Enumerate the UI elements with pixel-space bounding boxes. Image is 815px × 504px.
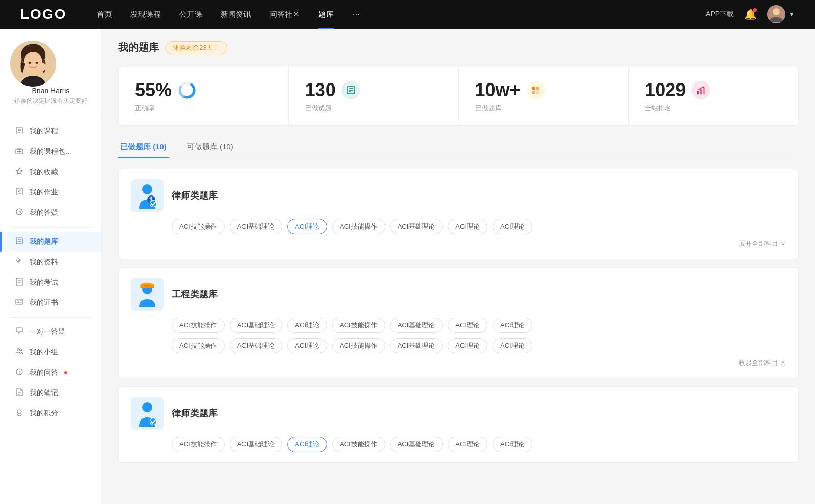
sidebar-item-materials[interactable]: 我的资料	[0, 252, 101, 272]
qbank-2-tag-r1-1[interactable]: ACI基础理论	[230, 318, 283, 333]
sidebar-item-groups[interactable]: 我的小组	[0, 342, 101, 362]
qbank-3-tag-1[interactable]: ACI基础理论	[230, 437, 283, 452]
dropdown-arrow[interactable]: ▼	[789, 11, 795, 18]
svg-rect-69	[144, 285, 150, 286]
homework-label: 我的作业	[30, 188, 58, 197]
rank-icon	[692, 81, 710, 99]
qbank-2-tag-r1-3[interactable]: ACI技能操作	[332, 318, 385, 333]
qbank-1-expand[interactable]: 展开全部科目 ∨	[739, 240, 786, 247]
svg-point-35	[17, 301, 19, 303]
qbank-2-tag-r2-0[interactable]: ACI技能操作	[172, 338, 225, 353]
svg-point-1	[773, 8, 780, 15]
stat-rank-top: 1029	[645, 79, 782, 101]
qbank-3-tag-2[interactable]: ACI理论	[287, 437, 327, 452]
qbank-1-title: 律师类题库	[172, 179, 218, 212]
qbank-2-tag-r1-2[interactable]: ACI理论	[287, 318, 327, 333]
my-qa-label: 我的答疑	[30, 208, 58, 217]
nav-more[interactable]: ···	[352, 9, 360, 20]
qbank-1-tag-2[interactable]: ACI理论	[287, 219, 327, 234]
qbank-menu-label: 我的题库	[30, 237, 58, 246]
qbank-2-tag-r2-6[interactable]: ACI理论	[493, 338, 532, 353]
sidebar-item-homework[interactable]: 我的作业	[0, 182, 101, 203]
sidebar-item-points[interactable]: 我的积分	[0, 403, 101, 424]
qbank-1-tag-6[interactable]: ACI理论	[493, 219, 532, 234]
sidebar-item-notes[interactable]: 我的笔记	[0, 383, 101, 403]
user-menu[interactable]: ▼	[767, 5, 795, 23]
accuracy-donut-icon	[178, 81, 196, 99]
1v1-qa-icon	[14, 327, 24, 337]
qbank-1-header: 律师类题库	[131, 179, 786, 212]
sidebar-item-my-questions[interactable]: ? 我的问答	[0, 362, 101, 383]
qbank-2-tag-r2-3[interactable]: ACI技能操作	[332, 338, 385, 353]
qbank-3-tag-4[interactable]: ACI基础理论	[390, 437, 443, 452]
qbank-2-collapse[interactable]: 收起全部科目 ∧	[739, 359, 786, 367]
svg-rect-68	[140, 286, 154, 288]
qbank-2-tag-r2-4[interactable]: ACI基础理论	[390, 338, 443, 353]
sidebar-item-qbank[interactable]: 我的题库	[0, 232, 101, 252]
qbank-2-tag-r2-2[interactable]: ACI理论	[287, 338, 327, 353]
sidebar-item-1v1-qa[interactable]: 一对一答疑	[0, 322, 101, 342]
svg-rect-5	[30, 70, 37, 76]
qbank-2-tag-r1-5[interactable]: ACI理论	[448, 318, 487, 333]
stat-questions-top: 130	[305, 79, 442, 101]
nav-home[interactable]: 首页	[97, 10, 112, 19]
qbank-3-tag-5[interactable]: ACI理论	[448, 437, 487, 452]
stat-banks-label: 已做题库	[475, 104, 612, 113]
qbank-1-tag-3[interactable]: ACI技能操作	[332, 219, 385, 234]
logo[interactable]: LOGO	[20, 6, 66, 22]
certificate-label: 我的证书	[30, 298, 58, 307]
stat-banks-done: 10w+ 已做题库	[459, 67, 629, 125]
tab-done[interactable]: 已做题库 (10)	[118, 138, 169, 158]
page-title: 我的题库	[118, 41, 159, 54]
sidebar-item-favorites[interactable]: 我的收藏	[0, 162, 101, 182]
nav-open-course[interactable]: 公开课	[179, 10, 202, 19]
tab-available[interactable]: 可做题库 (10)	[185, 138, 235, 158]
sidebar-item-exam[interactable]: 我的考试	[0, 272, 101, 293]
qbank-1-tag-1[interactable]: ACI基础理论	[230, 219, 283, 234]
my-coursepack-icon	[14, 147, 24, 157]
materials-label: 我的资料	[30, 258, 58, 267]
qbank-2-tag-r1-0[interactable]: ACI技能操作	[172, 318, 225, 333]
questions-done-icon	[342, 81, 360, 99]
stat-questions-done: 130 已做试题	[289, 67, 459, 125]
sidebar-item-certificate[interactable]: 我的证书	[0, 293, 101, 313]
qbank-2-header: 工程类题库	[131, 278, 786, 311]
qbank-3-tag-0[interactable]: ACI技能操作	[172, 437, 225, 452]
tabs-row: 已做题库 (10) 可做题库 (10)	[118, 138, 799, 158]
favorites-icon	[14, 167, 24, 177]
my-coursepack-label: 我的课程包...	[30, 147, 71, 156]
qbank-2-tag-r2-5[interactable]: ACI理论	[448, 338, 487, 353]
sidebar-item-my-course[interactable]: 我的课程	[0, 121, 101, 142]
lawyer-icon-2	[135, 400, 159, 427]
menu-divider-2	[10, 317, 91, 318]
nav-discover[interactable]: 发现课程	[130, 10, 161, 19]
qbank-1-tags: ACI技能操作 ACI基础理论 ACI理论 ACI技能操作 ACI基础理论 AC…	[172, 219, 786, 234]
svg-text:?: ?	[19, 210, 21, 215]
svg-rect-56	[697, 91, 699, 94]
qbank-3-header: 律师类题库	[131, 397, 786, 430]
qbank-1-tag-5[interactable]: ACI理论	[448, 219, 487, 234]
svg-point-6	[29, 62, 31, 64]
qbank-2-tag-r2-1[interactable]: ACI基础理论	[230, 338, 283, 353]
qbank-1-tag-4[interactable]: ACI基础理论	[390, 219, 443, 234]
nav-qbank[interactable]: 题库	[318, 10, 334, 19]
app-download-button[interactable]: APP下载	[705, 10, 734, 19]
sidebar-item-my-qa[interactable]: ? 我的答疑	[0, 203, 101, 223]
nav-news[interactable]: 新闻资讯	[221, 10, 251, 19]
svg-point-60	[142, 184, 152, 194]
qbank-3-tag-6[interactable]: ACI理论	[493, 437, 532, 452]
points-icon	[14, 408, 24, 418]
my-qa-icon: ?	[14, 208, 24, 218]
banks-done-icon	[527, 81, 545, 99]
sidebar-item-my-coursepack[interactable]: 我的课程包...	[0, 142, 101, 162]
qbank-1-tag-0[interactable]: ACI技能操作	[172, 219, 225, 234]
qbank-2-tag-r1-6[interactable]: ACI理论	[493, 318, 532, 333]
nav-qa[interactable]: 问答社区	[269, 10, 300, 19]
svg-rect-58	[703, 88, 705, 94]
stat-rank-value: 1029	[645, 79, 686, 101]
qbank-2-tag-r1-4[interactable]: ACI基础理论	[390, 318, 443, 333]
qbank-3-tag-3[interactable]: ACI技能操作	[332, 437, 385, 452]
svg-rect-54	[532, 91, 535, 94]
notification-bell[interactable]: 🔔	[744, 8, 757, 20]
svg-point-7	[36, 62, 38, 64]
